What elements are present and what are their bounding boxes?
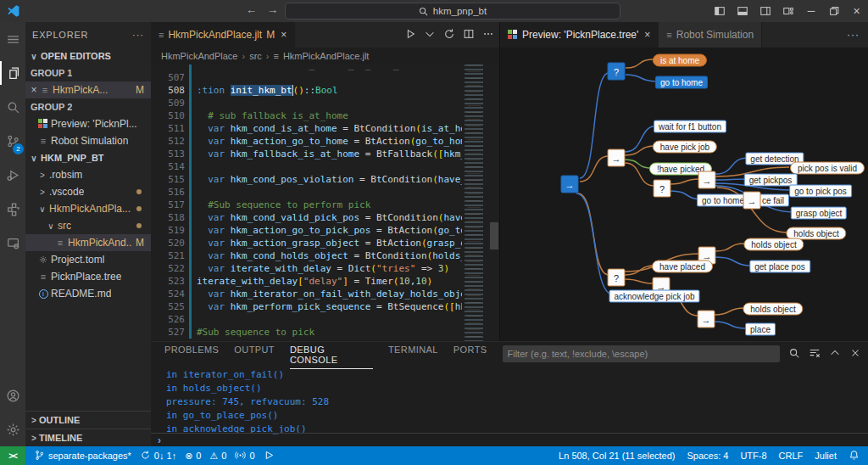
tree-node-go-to-home-active[interactable]: go to home bbox=[655, 76, 708, 89]
tree-node-q-top[interactable]: ? bbox=[608, 63, 626, 81]
status-error-item[interactable]: ⊗0 bbox=[185, 451, 201, 462]
filter-list-icon[interactable] bbox=[809, 347, 821, 361]
run-icon[interactable] bbox=[404, 28, 416, 42]
tree-node-place[interactable]: place bbox=[745, 323, 776, 336]
sidebar-section-timeline[interactable]: >TIMELINE bbox=[25, 429, 151, 446]
tree-node-q-pick[interactable]: ? bbox=[654, 180, 671, 198]
scrollbar-thumb[interactable] bbox=[490, 222, 498, 249]
minimize-icon[interactable] bbox=[799, 0, 822, 22]
tree-node-seq-main[interactable]: → bbox=[608, 149, 626, 167]
tree-node-seq-drop[interactable]: → bbox=[698, 311, 715, 328]
status-branch-item[interactable]: separate-packages* bbox=[34, 450, 131, 462]
activity-explorer-icon[interactable] bbox=[0, 56, 25, 90]
editor-scrollbar[interactable] bbox=[489, 64, 499, 341]
sidebar-more-icon[interactable]: ··· bbox=[132, 30, 144, 40]
tree-node-go-to-pick-pos[interactable]: go to pick pos bbox=[789, 185, 852, 198]
breadcrumb-file[interactable]: HkmPickAndPlace.jlt bbox=[283, 51, 369, 61]
activity-account-icon[interactable] bbox=[0, 378, 25, 412]
search-icon[interactable] bbox=[788, 347, 800, 361]
sidebar-item-project-toml[interactable]: Project.toml bbox=[25, 251, 151, 268]
layout-custom-icon[interactable] bbox=[776, 0, 799, 22]
panel-tab-problems[interactable]: PROBLEMS bbox=[164, 339, 219, 369]
tree-node-holds-object-m[interactable]: holds object bbox=[743, 238, 804, 251]
activity-remote-explorer-icon[interactable] bbox=[0, 226, 25, 260]
tree-node-pick-pos-valid[interactable]: pick pos is valid bbox=[790, 162, 865, 175]
sidebar-item--robsim[interactable]: >.robsim bbox=[25, 166, 151, 183]
status-warning-item[interactable]: ⚠0 bbox=[209, 451, 226, 462]
restore-icon[interactable] bbox=[822, 0, 845, 22]
tree-node-grasp-object[interactable]: grasp object bbox=[791, 207, 847, 220]
sidebar-item-group-2[interactable]: GROUP 2 bbox=[25, 98, 151, 115]
panel-tab-debug-console[interactable]: DEBUG CONSOLE bbox=[290, 339, 373, 369]
panel-tab-terminal[interactable]: TERMINAL bbox=[388, 339, 438, 369]
close-icon[interactable]: × bbox=[644, 29, 650, 41]
breadcrumb-part[interactable]: src bbox=[249, 51, 262, 61]
tab-hkmpickandplace[interactable]: ≡ HkmPickAndPlace.jlt M × bbox=[151, 22, 295, 48]
close-icon[interactable] bbox=[849, 347, 861, 361]
tree-node-get-place-pos[interactable]: get place pos bbox=[749, 261, 810, 273]
sidebar-section-outline[interactable]: >OUTLINE bbox=[25, 411, 151, 429]
code-editor[interactable]: _ _ _ _507508:tion init_hkm_bt()::Bool50… bbox=[151, 64, 499, 341]
tree-node-go-home-2[interactable]: go to home bbox=[697, 194, 749, 207]
filter-input[interactable] bbox=[508, 349, 776, 359]
tree-node-acknowledge[interactable]: acknowledge pick job bbox=[609, 290, 699, 303]
console-filter[interactable] bbox=[503, 345, 781, 362]
tree-node-is-at-home[interactable]: is at home bbox=[653, 54, 707, 67]
sidebar-item--vscode[interactable]: >.vscode bbox=[25, 183, 151, 200]
breadcrumb[interactable]: HkmPickAndPlace›src›≡HkmPickAndPlace.jlt bbox=[151, 48, 499, 64]
status-sync-item[interactable]: 0↓ 1↑ bbox=[140, 450, 176, 462]
activity-source-control-icon[interactable]: 2 bbox=[0, 124, 25, 158]
status-debug-alt-item[interactable] bbox=[264, 450, 275, 462]
activity-settings-icon[interactable] bbox=[0, 412, 25, 446]
behavior-tree-canvas[interactable]: →?is at homego to home→wait for f1 butto… bbox=[500, 48, 868, 341]
status-right-item[interactable]: Spaces: 4 bbox=[687, 451, 728, 461]
status-right-item[interactable]: Juliet bbox=[815, 451, 837, 461]
status-right-item[interactable]: Ln 508, Col 21 (11 selected) bbox=[559, 451, 675, 461]
nav-forward-icon[interactable]: → bbox=[267, 3, 278, 16]
panel-tab-ports[interactable]: PORTS bbox=[453, 339, 487, 369]
sidebar-section-open-editors[interactable]: ∨OPEN EDITORS bbox=[25, 48, 151, 64]
activity-menu-icon[interactable] bbox=[0, 22, 25, 56]
tree-node-wait-f1[interactable]: wait for f1 button bbox=[654, 120, 726, 133]
sidebar-item-readme-md[interactable]: iREADME.md bbox=[25, 285, 151, 302]
console-prompt[interactable]: › bbox=[151, 433, 868, 446]
command-center-search[interactable]: hkm_pnp_bt bbox=[285, 3, 620, 20]
tab-preview-picknplace-tree-[interactable]: Preview: 'PicknPlace.tree'× bbox=[500, 22, 659, 48]
sidebar-item-hkmpickand-[interactable]: ≡HkmPickAnd...M bbox=[25, 234, 151, 251]
nav-back-icon[interactable]: ← bbox=[246, 3, 257, 16]
minimap[interactable] bbox=[462, 64, 489, 341]
status-right-item[interactable]: UTF-8 bbox=[740, 451, 766, 461]
preview-more-icon[interactable]: ··· bbox=[847, 22, 860, 48]
sidebar-item-hkmpicka-[interactable]: ×≡HkmPickA...M bbox=[25, 81, 151, 98]
sidebar-item-hkmpickandpla-[interactable]: ∨HkmPickAndPla... bbox=[25, 200, 151, 217]
status-broadcast-item[interactable]: 0 bbox=[235, 450, 254, 462]
layout-panel-icon[interactable] bbox=[731, 0, 754, 22]
tab-robot-simulation[interactable]: ≡Robot Simulation bbox=[659, 22, 762, 48]
status-right-item[interactable]: CRLF bbox=[779, 451, 804, 461]
tree-node-have-placed[interactable]: have placed bbox=[652, 261, 713, 273]
sidebar-item-robot-simulation[interactable]: ≡Robot Simulation bbox=[25, 132, 151, 149]
chevron-down-icon[interactable] bbox=[424, 28, 436, 42]
sidebar-item-preview-picknpl-[interactable]: Preview: 'PicknPl... bbox=[25, 115, 151, 132]
layout-sidebar-left-icon[interactable] bbox=[708, 0, 731, 22]
layout-sidebar-right-icon[interactable] bbox=[754, 0, 776, 22]
remote-indicator[interactable]: >< bbox=[0, 446, 25, 465]
sidebar-item-group-1[interactable]: GROUP 1 bbox=[25, 64, 151, 81]
activity-extensions-icon[interactable] bbox=[0, 192, 25, 226]
breadcrumb-part[interactable]: HkmPickAndPlace bbox=[161, 51, 237, 61]
sidebar-item-picknplace-tree[interactable]: ≡PicknPlace.tree bbox=[25, 268, 151, 285]
debug-console-output[interactable]: in iterator_on_fail()in holds_object()pr… bbox=[151, 366, 868, 436]
sidebar-item-src[interactable]: ∨src bbox=[25, 217, 151, 234]
tree-node-root[interactable]: → bbox=[561, 176, 579, 193]
tree-node-have-pick-job[interactable]: have pick job bbox=[653, 141, 717, 154]
close-icon[interactable]: × bbox=[281, 29, 287, 41]
activity-search-icon[interactable] bbox=[0, 90, 25, 124]
panel-tab-output[interactable]: OUTPUT bbox=[234, 339, 275, 369]
tree-node-seq-pick[interactable]: → bbox=[698, 171, 716, 189]
more-icon[interactable] bbox=[482, 28, 494, 42]
split-icon[interactable] bbox=[463, 28, 475, 42]
sync-file-icon[interactable] bbox=[443, 28, 455, 42]
tree-node-seq-fail[interactable]: → bbox=[743, 192, 761, 210]
tree-node-holds-object-b[interactable]: holds object bbox=[743, 303, 803, 316]
tree-node-q-place[interactable]: ? bbox=[608, 269, 626, 287]
